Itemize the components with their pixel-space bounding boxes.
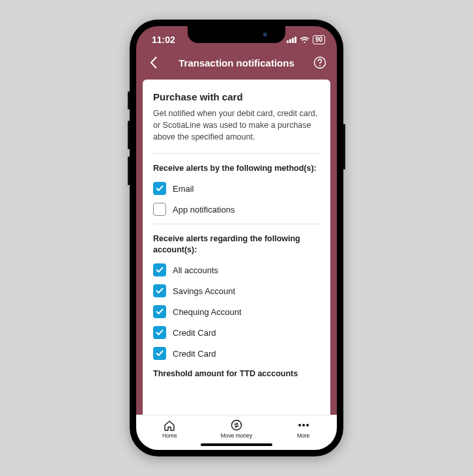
nav-move-money[interactable]: Move money bbox=[210, 419, 263, 439]
help-button[interactable] bbox=[312, 55, 328, 70]
checkbox-all-accounts[interactable] bbox=[153, 263, 166, 276]
method-row-app[interactable]: App notifications bbox=[153, 203, 320, 216]
nav-home[interactable]: Home bbox=[143, 419, 195, 439]
method-row-email[interactable]: Email bbox=[153, 182, 320, 195]
checkbox-credit-card-2[interactable] bbox=[153, 347, 166, 360]
nav-label: More bbox=[297, 432, 309, 439]
battery-indicator: 90 bbox=[313, 35, 325, 44]
status-right: 90 bbox=[287, 35, 325, 44]
accounts-heading: Receive alerts regarding the following a… bbox=[153, 233, 320, 256]
account-row[interactable]: Chequing Account bbox=[153, 305, 320, 318]
back-button[interactable] bbox=[145, 55, 161, 70]
checkbox-email[interactable] bbox=[153, 182, 166, 195]
page-title: Transaction notifications bbox=[179, 57, 294, 68]
phone-side-button bbox=[343, 124, 345, 170]
phone-side-button bbox=[128, 121, 130, 149]
help-icon bbox=[313, 56, 326, 69]
transfer-icon bbox=[231, 419, 242, 431]
checkbox-savings[interactable] bbox=[153, 284, 166, 297]
section-description: Get notified when your debit card, credi… bbox=[153, 108, 320, 143]
account-label: All accounts bbox=[173, 265, 218, 275]
account-label: Credit Card bbox=[173, 328, 216, 338]
phone-side-button bbox=[128, 156, 130, 185]
screen: 11:02 90 Tr bbox=[136, 26, 337, 450]
signal-icon bbox=[287, 37, 296, 43]
home-indicator[interactable] bbox=[201, 443, 272, 446]
svg-point-5 bbox=[306, 424, 309, 426]
svg-point-3 bbox=[298, 424, 301, 426]
phone-side-button bbox=[128, 91, 130, 110]
check-icon bbox=[156, 329, 164, 336]
check-icon bbox=[156, 267, 164, 273]
account-row[interactable]: All accounts bbox=[153, 263, 320, 276]
check-icon bbox=[156, 288, 164, 294]
checkbox-app[interactable] bbox=[153, 203, 166, 216]
status-time: 11:02 bbox=[152, 35, 175, 45]
check-icon bbox=[156, 185, 164, 192]
battery-level: 90 bbox=[315, 36, 322, 43]
notch bbox=[188, 26, 285, 43]
account-label: Credit Card bbox=[173, 349, 216, 359]
threshold-heading: Threshold amount for TTD acccounts bbox=[153, 368, 320, 378]
nav-label: Home bbox=[162, 432, 177, 439]
methods-heading: Receive alerts by the following method(s… bbox=[153, 163, 320, 174]
camera-dot bbox=[263, 33, 267, 37]
svg-point-2 bbox=[231, 421, 241, 430]
nav-bar: Transaction notifications bbox=[136, 50, 337, 80]
account-row[interactable]: Credit Card bbox=[153, 326, 320, 339]
method-label: App notifications bbox=[173, 205, 235, 215]
check-icon bbox=[156, 308, 164, 315]
nav-more[interactable]: More bbox=[278, 419, 330, 439]
phone-frame: 11:02 90 Tr bbox=[130, 20, 343, 456]
account-row[interactable]: Savings Account bbox=[153, 284, 320, 297]
checkbox-chequing[interactable] bbox=[153, 305, 166, 318]
method-label: Email bbox=[173, 184, 194, 194]
divider bbox=[153, 153, 320, 154]
account-label: Chequing Account bbox=[173, 307, 242, 317]
wifi-icon bbox=[300, 37, 309, 44]
more-icon bbox=[298, 419, 309, 431]
divider bbox=[153, 224, 320, 224]
chevron-left-icon bbox=[150, 57, 157, 68]
nav-label: Move money bbox=[221, 432, 253, 439]
account-label: Savings Account bbox=[173, 286, 235, 296]
svg-point-1 bbox=[319, 65, 321, 67]
content-card: Purchase with card Get notified when you… bbox=[143, 80, 330, 415]
svg-point-4 bbox=[302, 424, 305, 426]
check-icon bbox=[156, 350, 164, 357]
account-row[interactable]: Credit Card bbox=[153, 347, 320, 360]
home-icon bbox=[164, 419, 175, 431]
checkbox-credit-card-1[interactable] bbox=[153, 326, 166, 339]
section-title: Purchase with card bbox=[153, 91, 320, 102]
